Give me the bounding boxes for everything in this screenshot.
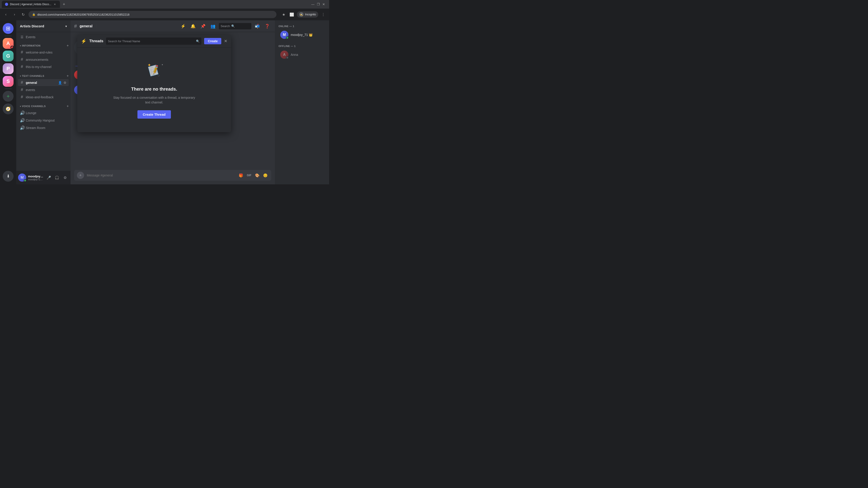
sidebar-item-welcome-and-rules[interactable]: # welcome-and-rules xyxy=(18,49,69,56)
member-online-dot-moodjoy xyxy=(286,36,289,39)
server-header[interactable]: Artists Discord ▾ xyxy=(16,20,70,32)
server-icon-4[interactable]: S xyxy=(3,76,13,87)
channel-name-lounge: Lounge xyxy=(26,111,67,115)
category-text-channels: ▾ TEXT CHANNELS + # general 👤 ⚙ # events xyxy=(16,74,70,101)
member-badge-moodjoy: 👑 xyxy=(309,33,313,37)
category-header-voice[interactable]: ▾ VOICE CHANNELS + xyxy=(16,104,70,109)
sidebar-item-stream-room[interactable]: 🔊 Stream Room xyxy=(18,124,69,131)
new-tab-button[interactable]: + xyxy=(61,1,67,7)
hash-icon: # xyxy=(20,88,24,92)
emoji-button[interactable]: 😊 xyxy=(262,172,269,178)
back-button[interactable]: ‹ xyxy=(3,11,9,18)
url-text: discord.com/channels/1182362010067935253… xyxy=(37,13,129,16)
category-add-information[interactable]: + xyxy=(67,43,69,48)
threads-close-button[interactable]: ✕ xyxy=(224,39,227,43)
discover-button[interactable]: 🧭 xyxy=(3,103,13,114)
sparkle-icon-3: ·.· xyxy=(158,74,160,77)
category-chevron-text: ▾ xyxy=(20,75,21,77)
header-actions: ⚡ 🔔 📌 👥 Search 🔍 📬 ❓ xyxy=(179,22,271,30)
speaker-icon: 🔊 xyxy=(20,110,24,116)
active-tab[interactable]: Discord | #general | Artists Disco... ✕ xyxy=(2,1,60,8)
channel-name-announcements: announcements xyxy=(26,58,67,61)
members-section-spacer xyxy=(275,40,329,44)
message-add-button[interactable]: + xyxy=(77,172,84,179)
sidebar-item-ideas-and-feedback[interactable]: # ideas-and-feedback xyxy=(18,94,69,101)
server-divider-2 xyxy=(4,89,12,89)
server-letter-4: S xyxy=(6,78,10,84)
category-name-voice: VOICE CHANNELS xyxy=(22,105,66,107)
channel-item-events[interactable]: ☰ Events xyxy=(18,34,69,40)
category-voice-channels: ▾ VOICE CHANNELS + 🔊 Lounge 🔊 Community … xyxy=(16,104,70,131)
category-add-text[interactable]: + xyxy=(67,74,69,78)
incognito-button[interactable]: 🕵 Incognito xyxy=(297,11,318,18)
extension-button[interactable]: ⬜ xyxy=(289,11,295,18)
user-avatar: M xyxy=(18,173,26,182)
sparkle-icon-1: ✦ xyxy=(147,62,151,68)
tab-close-button[interactable]: ✕ xyxy=(53,2,57,6)
pin-button[interactable]: 📌 xyxy=(199,22,207,30)
channel-name-general: general xyxy=(26,81,56,85)
window-minimize-button[interactable]: — xyxy=(311,2,315,6)
deafen-button[interactable]: 🎧 xyxy=(53,174,61,181)
header-search[interactable]: Search 🔍 xyxy=(219,23,251,29)
members-button[interactable]: 👥 xyxy=(209,22,217,30)
create-thread-button[interactable]: Create Thread xyxy=(137,110,171,119)
category-header-text[interactable]: ▾ TEXT CHANNELS + xyxy=(16,74,70,79)
browser-chrome: Discord | #general | Artists Disco... ✕ … xyxy=(0,0,329,20)
channel-header: # general ⚡ 🔔 📌 👥 Search 🔍 📬 ❓ xyxy=(70,20,275,32)
category-header-information[interactable]: ▾ INFORMATION + xyxy=(16,43,70,48)
forward-button[interactable]: › xyxy=(11,11,18,18)
sidebar-item-community-hangout[interactable]: 🔊 Community Hangout xyxy=(18,117,69,124)
user-tag: moodjoy71_0... xyxy=(28,178,43,181)
threads-overlay: ⚡ Threads Search for Thread Name 🔍 Creat… xyxy=(77,35,231,132)
inbox-button[interactable]: 📬 xyxy=(253,22,261,30)
url-input[interactable]: 🔒 discord.com/channels/11823620100679352… xyxy=(29,11,276,18)
search-label: Search xyxy=(221,24,230,28)
browser-menu-button[interactable]: ⋮ xyxy=(320,11,327,18)
gift-button[interactable]: 🎁 xyxy=(238,172,244,178)
refresh-button[interactable]: ↻ xyxy=(20,11,26,18)
bookmark-button[interactable]: ★ xyxy=(281,11,287,18)
threads-button[interactable]: ⚡ xyxy=(179,22,187,30)
threads-create-button[interactable]: Create xyxy=(204,38,221,44)
channel-name-events: events xyxy=(26,88,67,92)
threads-search[interactable]: Search for Thread Name 🔍 xyxy=(106,37,202,45)
category-add-voice[interactable]: + xyxy=(67,104,69,108)
member-item-moodjoy[interactable]: M moodjoy_71 👑 xyxy=(277,29,327,40)
channel-name-this-is-my-channel: this-is-my-channel xyxy=(26,65,67,69)
mute-button[interactable]: 🎤 xyxy=(45,174,53,181)
sticker-button[interactable]: 🎨 xyxy=(254,172,260,178)
sidebar-item-this-is-my-channel[interactable]: # this-is-my-channel xyxy=(18,63,69,70)
discord-logo: ⊞ xyxy=(6,25,10,32)
user-settings-button[interactable]: ⚙ xyxy=(61,174,69,181)
gif-button[interactable]: GIF xyxy=(246,172,252,178)
sidebar-item-events[interactable]: # events xyxy=(18,86,69,93)
message-input[interactable] xyxy=(87,173,235,177)
tab-title: Discord | #general | Artists Disco... xyxy=(10,3,51,6)
server-divider xyxy=(4,36,12,36)
channel-actions-general: 👤 ⚙ xyxy=(58,80,67,85)
settings-icon[interactable]: ⚙ xyxy=(63,80,67,85)
window-maximize-button[interactable]: ❐ xyxy=(316,2,320,6)
server-icon-3[interactable]: P xyxy=(3,63,13,74)
sidebar-item-general[interactable]: # general 👤 ⚙ xyxy=(18,79,69,86)
chat-wrapper: # Welcome to #general This is the start … xyxy=(70,32,275,184)
add-server-button[interactable]: + xyxy=(3,91,13,102)
server-header-chevron: ▾ xyxy=(65,24,67,28)
server-icon-2[interactable]: G xyxy=(3,51,13,61)
sidebar-item-lounge[interactable]: 🔊 Lounge xyxy=(18,109,69,117)
member-item-anna[interactable]: A Anna xyxy=(277,49,327,60)
notifications-button[interactable]: 🔔 xyxy=(189,22,197,30)
server-icon-1[interactable]: A xyxy=(3,38,13,49)
hash-icon: # xyxy=(20,64,24,69)
window-close-button[interactable]: ✕ xyxy=(322,2,326,6)
add-member-icon[interactable]: 👤 xyxy=(58,80,62,85)
main-content: # general ⚡ 🔔 📌 👥 Search 🔍 📬 ❓ xyxy=(70,20,275,184)
help-button[interactable]: ❓ xyxy=(263,22,271,30)
server-icon-home[interactable]: ⊞ xyxy=(3,23,13,34)
server-letter-1: A xyxy=(6,40,10,46)
sidebar-item-announcements[interactable]: # announcements xyxy=(18,56,69,63)
events-icon: ☰ xyxy=(20,35,24,39)
members-online-header: ONLINE — 1 xyxy=(275,24,329,29)
download-button[interactable]: ⬇ xyxy=(3,171,13,182)
